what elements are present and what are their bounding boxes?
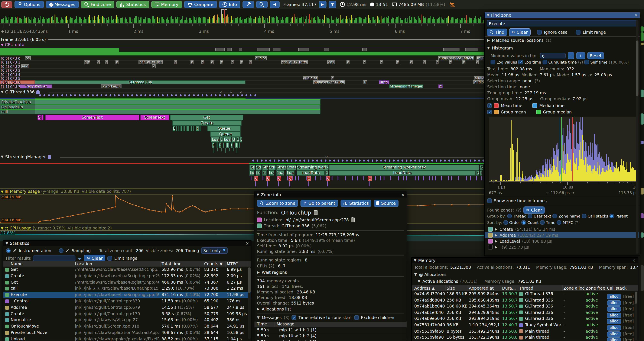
min-bin-input[interactable]: 6 [540, 53, 565, 59]
allocations-list-expander[interactable]: ▶Allocations list [257, 307, 404, 311]
stats-row[interactable]: calljni/../jni/../../../src/claw/base/Lu… [4, 285, 252, 292]
timeline-zone[interactable]: a [331, 76, 334, 80]
timeline-zone[interactable] [190, 126, 192, 131]
allocation-row[interactable]: 0x74ab1be040186.68 KB294,645,364ns13:50.… [412, 303, 638, 309]
bin-plus-button[interactable]: + [576, 52, 585, 59]
play-button[interactable]: ▶ [318, 1, 326, 8]
timeline-zone[interactable]: St [480, 165, 483, 170]
close-icon[interactable]: ✕ [246, 241, 249, 245]
timeline-zone[interactable]: kworker/u [101, 85, 122, 88]
timeline-zone[interactable]: U [325, 170, 328, 176]
sort-by-mtpc[interactable] [557, 220, 561, 225]
timeline-zone[interactable]: audioserver (AudioOut_D) [313, 80, 345, 84]
timeline-zone[interactable]: c [476, 60, 479, 64]
allocation-row[interactable]: 0x74ab1ef040256 KB294,629,948ns13:50.7GL… [412, 310, 638, 316]
stats-column-header[interactable]: Counts ▼ [204, 261, 223, 266]
filter-funnel-icon[interactable] [78, 258, 82, 260]
timeline-zone[interactable]: Streaming [276, 165, 286, 170]
timeline-zone[interactable]: k [152, 64, 156, 68]
timeline-zone[interactable]: | [235, 142, 238, 148]
zoom-search-button[interactable] [256, 1, 268, 8]
timeline-zone[interactable]: cds_ol_rx_thr [138, 60, 163, 64]
message-marker[interactable]: ▽ [220, 90, 222, 94]
timeline-zone[interactable] [183, 126, 185, 131]
timeline-zone[interactable]: audio [473, 80, 485, 84]
found-clear-button[interactable]: ⊗Clear [524, 206, 545, 214]
info-button[interactable]: Info [219, 1, 240, 8]
zone-statistics-button[interactable]: Statistics [340, 200, 371, 207]
stats-clear-button[interactable]: ⊗Clear [84, 255, 105, 262]
timeline-zone[interactable] [176, 126, 177, 131]
timeline-zone[interactable]: LoU [256, 170, 260, 176]
timeline-zone[interactable]: Streaming worker tas [297, 165, 328, 170]
found-zone-row[interactable]: ▶(9) 225.73 µs [484, 244, 639, 250]
histogram-expander[interactable]: ▼Histogram [487, 46, 513, 50]
stats-row[interactable]: OnTouchMovejni/../jni/src/guif/Screen.cp… [4, 323, 252, 330]
close-icon[interactable]: ✕ [401, 193, 404, 197]
close-icon[interactable]: ✕ [634, 13, 638, 17]
allocation-row[interactable]: 0x74a9d37040186.35 KB295,999,844ns13:50.… [412, 291, 638, 297]
timeline-zone[interactable]: A [438, 85, 443, 88]
timeline-zone[interactable]: c [231, 60, 234, 64]
timeline-zone[interactable]: c [190, 60, 194, 64]
timeline-zone[interactable] [223, 142, 224, 148]
error-zone[interactable]: C [326, 176, 330, 181]
timeline-zone[interactable]: c [105, 60, 108, 64]
stats-column-header[interactable]: Total time [162, 261, 181, 266]
statistics-titlebar[interactable]: ▼Statistics ✕ [4, 241, 251, 246]
timeline-zone[interactable]: U [240, 137, 242, 142]
ignore-case-checkbox[interactable] [537, 30, 542, 35]
timeline-zone[interactable]: c [87, 60, 90, 64]
find-button[interactable]: Find [487, 29, 507, 36]
log-values-checkbox[interactable] [490, 60, 495, 64]
timeline-zone[interactable]: audios [255, 56, 267, 60]
timeline-zone[interactable]: c [436, 60, 439, 64]
group-by-parent[interactable] [610, 214, 614, 218]
pause-down-button[interactable]: ▼ [328, 1, 336, 8]
timeline-zone[interactable] [180, 126, 182, 131]
memory-table-header[interactable]: Address ▲SizeAppeared atDura...ThreadZon… [412, 285, 638, 291]
timeline-zone[interactable]: c [462, 60, 466, 64]
allocation-row[interactable]: 0x7553b9fa508 bytes153,492,240ns13:50.8M… [412, 328, 638, 334]
timeline-zone[interactable]: audio [474, 76, 485, 80]
found-zone-row[interactable]: ▶LoadLevel(18) 406.88 µs [484, 238, 639, 244]
memory-titlebar[interactable]: ▼Memory ✕ [412, 258, 638, 263]
timeline-zone[interactable]: cds_ol_rx_threa [281, 60, 308, 64]
streaming-header[interactable]: ▼StreamingManager [1, 154, 51, 159]
timeline-zone[interactable]: Queue [207, 126, 241, 131]
messages-table-body[interactable]: 5.59 smip 11 w 1 h 1 (1)5.59 smip 10 w 2… [254, 327, 406, 341]
allocation-row[interactable]: 0x74ab9e5040256 KB293,994,219ns13:50.7GL… [412, 316, 638, 322]
error-zone[interactable]: C [368, 176, 372, 181]
memory-table-body[interactable]: 0x74a9d37040186.35 KB295,999,844ns13:50.… [412, 291, 638, 341]
stats-row[interactable]: Get/mnt/e/claw/src/claw/base/Registry.hp… [4, 279, 252, 285]
stats-row[interactable]: Unloadjni/../jni/src/claw/graphics/pixel… [4, 336, 252, 341]
exclude-children-checkbox[interactable] [354, 315, 359, 320]
sort-by-time[interactable] [540, 220, 545, 225]
matched-locations-expander[interactable]: ▶Matched source locations(1) [487, 38, 551, 43]
timeline-zone[interactable]: os [25, 56, 31, 60]
message-row[interactable]: 5.59 smip 11 w 1 h 1 (1) [254, 327, 406, 333]
timeline-zone[interactable]: Streaming [286, 165, 296, 170]
stats-table-header[interactable]: NameLocationTotal timeCounts ▼MTPC [4, 261, 252, 267]
stats-row[interactable]: Get/mnt/e/claw/src/claw/base/AssetDict.h… [4, 267, 252, 273]
timeline-zone[interactable]: Up [232, 137, 236, 142]
stats-row[interactable]: Createjni/../jni/src/guif/Control.cpp:17… [4, 311, 252, 317]
find-zone-scrollbar[interactable] [636, 20, 638, 254]
main-scrollbar[interactable] [640, 10, 644, 341]
timeline-zone[interactable]: c [220, 60, 223, 64]
bin-reset-button[interactable]: Reset [587, 52, 604, 59]
group-by-thread[interactable] [507, 214, 512, 218]
found-zone-row[interactable]: ▶Create(54,131) 643.34 ms [484, 226, 639, 232]
wait-regions-expander[interactable]: ▶Wait regions [257, 270, 404, 275]
timeline-zone[interactable]: c [116, 60, 118, 64]
timeline-zone[interactable] [186, 126, 189, 131]
timeline-zone[interactable]: Create [172, 120, 242, 126]
timeline-zone[interactable]: StreamingManager [389, 85, 423, 88]
zone-info-titlebar[interactable]: ▼Zone info ✕ [254, 192, 406, 197]
copy-icon[interactable] [351, 217, 355, 222]
timeline-zone[interactable]: call [0, 109, 320, 114]
timeline-zone[interactable]: Loa [211, 137, 220, 142]
memory-column-header[interactable]: Thread [519, 286, 533, 290]
group-checkbox[interactable] [487, 110, 492, 114]
tools-button[interactable] [242, 1, 254, 8]
